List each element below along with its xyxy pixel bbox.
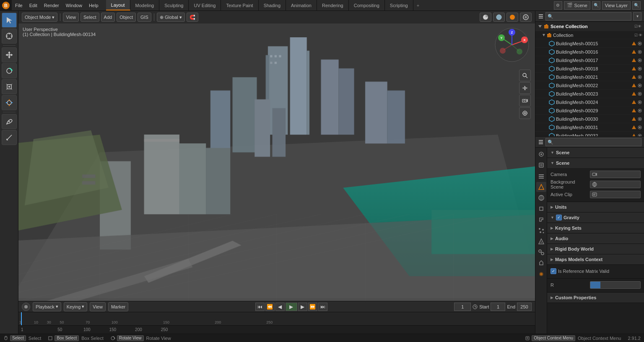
gravity-checkbox[interactable]: ✓ — [556, 215, 562, 220]
select-menu[interactable]: Select — [80, 13, 99, 22]
coll-checkbox[interactable]: ☑ — [634, 33, 638, 37]
prop-audio-header[interactable]: ▶ Audio — [547, 233, 644, 244]
prop-gravity-header[interactable]: ▼ ✓ Gravity — [547, 212, 644, 223]
menu-render[interactable]: Render — [41, 0, 62, 10]
prop-maps-header[interactable]: ▶ Maps Models Context — [547, 254, 644, 264]
mesh-row-mesh30[interactable]: BuildingMesh-00030 — [535, 115, 644, 123]
prop-units-header[interactable]: ▶ Units — [547, 202, 644, 212]
menu-file[interactable]: File — [12, 0, 26, 10]
bg-scene-picker[interactable] — [590, 181, 641, 188]
mesh-row-mesh16[interactable]: BuildingMesh-00016 — [535, 48, 644, 56]
props-physics-btn[interactable] — [536, 236, 546, 246]
r-slider[interactable] — [590, 281, 641, 289]
mesh-eye-icon[interactable] — [637, 58, 642, 63]
prop-scene-sub-header[interactable]: ▼ Scene — [547, 158, 644, 168]
gis-menu[interactable]: GIS — [138, 13, 151, 22]
outliner-search-input[interactable] — [545, 12, 631, 21]
tool-transform[interactable] — [2, 95, 17, 110]
play-btn[interactable]: ▶ — [286, 303, 297, 311]
tool-measure[interactable] — [2, 130, 17, 145]
mesh-row-mesh18[interactable]: BuildingMesh-00018 — [535, 65, 644, 73]
tab-rendering[interactable]: Rendering — [317, 0, 349, 10]
add-workspace-button[interactable]: + — [413, 3, 423, 8]
tab-animation[interactable]: Animation — [286, 0, 317, 10]
scene-coll-vis-checkbox[interactable]: ☑ — [634, 24, 638, 28]
mesh-row-mesh24[interactable]: BuildingMesh-00024 — [535, 98, 644, 106]
view-menu[interactable]: View — [63, 13, 79, 22]
viewport-render-btn[interactable] — [519, 107, 531, 119]
collection-row[interactable]: Collection ☑ 👁 — [535, 31, 644, 39]
props-render-btn[interactable] — [536, 149, 546, 159]
mesh-row-mesh29[interactable]: BuildingMesh-00029 — [535, 106, 644, 115]
mesh-row-mesh22[interactable]: BuildingMesh-00022 — [535, 81, 644, 90]
mesh-eye-icon[interactable] — [637, 100, 642, 105]
scene-selector[interactable]: 🎬 Scene — [564, 1, 590, 10]
mesh-eye-icon[interactable] — [637, 108, 642, 113]
scene-search-btn[interactable]: 🔍 — [592, 1, 600, 10]
tool-annotate[interactable] — [2, 114, 17, 129]
prop-scene-header[interactable]: ▼ Scene — [547, 148, 644, 158]
props-material-btn[interactable] — [536, 269, 546, 279]
outliner-filter-btn[interactable]: ▾ — [633, 12, 641, 21]
menu-window[interactable]: Window — [62, 0, 86, 10]
tab-texture-paint[interactable]: Texture Paint — [221, 0, 258, 10]
tab-shading[interactable]: Shading — [259, 0, 286, 10]
menu-edit[interactable]: Edit — [26, 0, 41, 10]
scene-collection-row[interactable]: Scene Collection ☑ 👁 — [535, 22, 644, 31]
next-frame-btn[interactable]: ▶ — [298, 303, 307, 311]
props-constraints-btn[interactable] — [536, 247, 546, 257]
mesh-eye-icon[interactable] — [637, 117, 642, 122]
tab-layout[interactable]: Layout — [106, 0, 130, 10]
properties-search-input[interactable] — [545, 138, 641, 146]
props-data-btn[interactable] — [536, 258, 546, 268]
mesh-row-mesh23[interactable]: BuildingMesh-00023 — [535, 90, 644, 98]
mesh-eye-icon[interactable] — [637, 41, 642, 46]
tab-modeling[interactable]: Modeling — [130, 0, 160, 10]
menu-help[interactable]: Help — [86, 0, 102, 10]
prop-custom-header[interactable]: ▶ Custom Properties — [547, 293, 644, 303]
mesh-row-mesh31[interactable]: BuildingMesh-00031 — [535, 123, 644, 132]
marker-menu[interactable]: Marker — [108, 302, 128, 311]
keying-menu[interactable]: Keying ▾ — [64, 302, 88, 311]
camera-picker[interactable] — [590, 171, 641, 178]
mesh-row-mesh21[interactable]: BuildingMesh-00021 — [535, 73, 644, 81]
props-view-layer-btn[interactable] — [536, 171, 546, 181]
transform-orientation[interactable]: ⊕ Global ▾ — [157, 13, 185, 22]
playback-menu[interactable]: Playback ▾ — [33, 302, 61, 311]
mesh-row-mesh32[interactable]: BuildingMesh-00032 — [535, 132, 644, 136]
jump-start-btn[interactable]: ⏮ — [255, 303, 265, 311]
mesh-eye-icon[interactable] — [637, 91, 642, 96]
tool-select[interactable] — [2, 13, 17, 28]
playhead[interactable] — [21, 312, 22, 325]
prev-frame-btn[interactable]: ◀ — [275, 303, 285, 311]
viewport-camera-btn[interactable] — [519, 95, 531, 106]
viewport-overlay[interactable] — [520, 13, 532, 22]
coll-eye[interactable]: 👁 — [639, 33, 642, 37]
timeline-ruler[interactable]: 1 50 100 150 200 250 10 30 70 — [18, 312, 535, 325]
end-frame-input[interactable] — [517, 303, 532, 311]
tool-move[interactable] — [2, 47, 17, 62]
timeline-view-menu[interactable]: View — [90, 302, 106, 311]
props-object-btn[interactable] — [536, 204, 546, 214]
mesh-eye-icon[interactable] — [637, 83, 642, 88]
mesh-eye-icon[interactable] — [637, 66, 642, 71]
prop-keying-header[interactable]: ▶ Keying Sets — [547, 223, 644, 233]
tab-compositing[interactable]: Compositing — [349, 0, 385, 10]
scene-coll-eye[interactable]: 👁 — [638, 24, 641, 28]
tool-cursor[interactable] — [2, 28, 17, 44]
mesh-eye-icon[interactable] — [637, 49, 642, 54]
mesh-row-mesh15[interactable]: BuildingMesh-00015 — [535, 39, 644, 48]
tool-rotate[interactable] — [2, 63, 17, 78]
viewport-pan-btn[interactable] — [519, 82, 531, 94]
start-frame-input[interactable] — [491, 303, 505, 311]
viewport-zoom-btn[interactable] — [519, 70, 531, 81]
props-scene-btn[interactable] — [536, 182, 546, 192]
props-output-btn[interactable] — [536, 160, 546, 170]
prop-rigidbody-header[interactable]: ▶ Rigid Body World — [547, 244, 644, 254]
props-world-btn[interactable] — [536, 193, 546, 203]
header-options-btn[interactable]: ⚙ — [554, 1, 562, 10]
view-layer-selector[interactable]: View Layer — [602, 1, 631, 10]
jump-end-btn[interactable]: ⏭ — [318, 303, 327, 311]
next-keyframe-btn[interactable]: ⏩ — [308, 303, 317, 311]
tab-uv-editing[interactable]: UV Editing — [189, 0, 221, 10]
